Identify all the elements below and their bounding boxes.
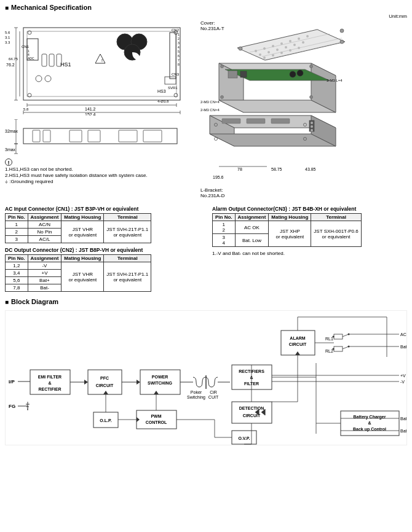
svg-text:O.V.P.: O.V.P.: [238, 436, 250, 440]
assign-negv: -V: [28, 262, 61, 270]
unit-label: Unit:mm: [5, 14, 407, 19]
svg-point-103: [290, 71, 296, 77]
svg-line-188: [343, 346, 349, 349]
svg-rect-14: [170, 33, 176, 79]
svg-text:CIRCUIT: CIRCUIT: [96, 383, 114, 388]
svg-text:-V: -V: [400, 380, 405, 384]
svg-rect-8: [42, 54, 47, 66]
svg-point-86: [293, 44, 296, 46]
svg-point-83: [267, 51, 270, 53]
svg-marker-148: [137, 380, 140, 385]
svg-point-76: [263, 47, 266, 50]
assign-batplus: Bat+: [28, 277, 61, 284]
svg-point-118: [311, 125, 313, 128]
pcb-top-view: CN1 1 4 ADC HS1: [5, 20, 192, 115]
svg-point-75: [255, 50, 257, 52]
notes-section: ! 1.HS1,HS3 can not be shorted. 2.HS1,HS…: [5, 158, 196, 184]
svg-point-90: [280, 52, 283, 54]
svg-point-78: [280, 42, 283, 45]
table-row: 1 AC/N JST VHRor equivalent JST SVH-21T-…: [6, 221, 151, 229]
housing-jst-vhr: JST VHRor equivalent: [61, 221, 104, 243]
svg-point-95: [340, 40, 344, 44]
svg-text:CN2: CN2: [172, 28, 180, 32]
svg-point-82: [259, 53, 261, 56]
col-housing: Mating Housing: [61, 214, 104, 221]
alarm-note: 1.-V and Bat- can not be shorted.: [212, 251, 407, 256]
svg-text:5.6: 5.6: [5, 31, 10, 34]
pin-12: 1,2: [6, 262, 28, 270]
svg-rect-56: [33, 130, 40, 142]
svg-point-191: [348, 346, 350, 348]
col-assign: Assignment: [235, 214, 269, 221]
svg-text:AC OK: AC OK: [400, 332, 407, 337]
svg-text:PFC: PFC: [100, 376, 109, 380]
svg-text:CiR: CiR: [210, 390, 217, 394]
col-terminal: Terminal: [104, 255, 151, 262]
svg-text:Back up Control: Back up Control: [353, 427, 386, 432]
svg-text:141.2: 141.2: [85, 107, 96, 111]
svg-text:Bat. Low: Bat. Low: [400, 345, 407, 349]
svg-text:2-M3 CN=4: 2-M3 CN=4: [200, 100, 220, 104]
svg-text:RL2: RL2: [325, 349, 333, 353]
svg-text:!: !: [101, 58, 103, 63]
svg-text:POWER: POWER: [152, 375, 168, 379]
svg-text:4: 4: [178, 45, 180, 49]
svg-point-93: [239, 47, 242, 50]
svg-rect-144: [88, 370, 122, 394]
svg-text:195.6: 195.6: [213, 175, 224, 179]
iso-container: Cover:No.231A-T: [200, 20, 360, 198]
pin-3: 3: [6, 236, 28, 243]
svg-text:DETECTION: DETECTION: [239, 406, 264, 410]
svg-point-88: [263, 57, 266, 59]
svg-text:8: 8: [178, 63, 180, 66]
page: Mechanical Specification Unit:mm CN1 1 4…: [0, 0, 412, 449]
mech-spec-area: CN1 1 4 ADC HS1: [5, 20, 407, 198]
svg-point-108: [310, 96, 313, 99]
svg-text:Battery Charger: Battery Charger: [354, 415, 386, 420]
lbracket-label: L-Bracket:No.231A-D: [200, 187, 225, 198]
svg-rect-181: [334, 334, 343, 339]
svg-text:HS3: HS3: [157, 89, 166, 93]
svg-point-77: [272, 45, 274, 47]
svg-point-94: [340, 29, 344, 33]
alarm-output-table: Pin No. Assignment Mating Housing Termin…: [212, 213, 362, 247]
alarm-output-title: Alarm Output Connector(CN3) : JST B4B-XH…: [212, 206, 407, 212]
svg-text:Bat. +: Bat. +: [400, 417, 407, 421]
svg-rect-61: [143, 130, 162, 142]
pin-56: 5,6: [6, 277, 28, 284]
svg-point-117: [311, 122, 313, 124]
svg-point-81: [306, 35, 309, 37]
assign-batlow: Bat. Low: [235, 234, 269, 247]
col-assign: Assignment: [28, 214, 61, 221]
svg-text:2: 2: [178, 37, 180, 41]
table-row: 12 AC OK JST XHPor equivalent JST SXH-00…: [213, 221, 362, 234]
assign-nopin: No Pin: [28, 229, 61, 236]
pin-1: 1: [6, 221, 28, 229]
ip-label: I/P: [9, 379, 15, 385]
svg-point-79: [289, 40, 291, 42]
housing-jst-xhp: JST XHPor equivalent: [269, 221, 311, 247]
svg-text:O.L.P.: O.L.P.: [100, 418, 111, 423]
svg-point-184: [333, 336, 335, 338]
svg-point-87: [302, 41, 304, 44]
svg-text:Bat. -: Bat. -: [400, 429, 407, 433]
svg-point-185: [348, 334, 350, 335]
svg-text:58.75: 58.75: [271, 167, 282, 171]
connector-area: AC Input Connector (CN1) : JST B3P-VH or…: [5, 202, 407, 292]
section2-title: Block Diagram: [11, 298, 58, 305]
svg-text:32max: 32max: [5, 129, 18, 133]
right-connectors: Alarm Output Connector(CN3) : JST B4B-XH…: [212, 202, 407, 292]
right-panel: Cover:No.231A-T: [200, 20, 360, 198]
pin-2: 2: [6, 229, 28, 236]
svg-point-91: [289, 49, 291, 52]
dc-output-title: DC Output Connector (CN2) : JST B8P-VH o…: [5, 247, 200, 253]
assign-posv: +V: [28, 270, 61, 277]
ac-input-table: Pin No. Assignment Mating Housing Termin…: [5, 213, 151, 243]
left-connectors: AC Input Connector (CN1) : JST B3P-VH or…: [5, 202, 200, 292]
svg-point-122: [215, 138, 218, 141]
pcb-side-view: 32max 3max: [5, 119, 192, 156]
svg-point-105: [221, 65, 224, 68]
svg-point-34: [36, 76, 42, 82]
svg-text:CUIT: CUIT: [208, 395, 219, 399]
svg-text:Poker: Poker: [191, 390, 202, 394]
